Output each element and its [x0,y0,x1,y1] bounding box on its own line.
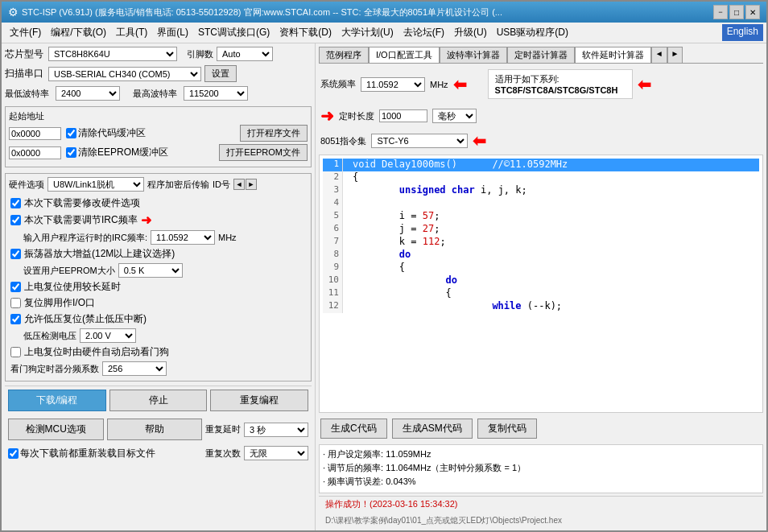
cb-oscillator[interactable] [10,249,21,259]
auto-reload-checkbox[interactable] [8,448,19,459]
title-bar: ⚙ STC-ISP (V6.91J) (服务电话/销售电话: 0513-5501… [2,2,766,23]
clear-eeprom-checkbox-label[interactable]: 清除EEPROM缓冲区 [66,146,168,159]
red-arrow-1: ➜ [141,212,151,228]
code-line-1: 1void Delay1000ms() //©11.0592MHz [323,159,759,171]
voltage-select[interactable]: 2.00 V [80,328,136,343]
chip-select[interactable]: STC8H8K64U [48,47,177,61]
menu-file[interactable]: 文件(F) [5,24,46,41]
code-line-4: 4 [323,197,759,210]
cb-low-voltage[interactable] [10,314,21,324]
detect-mcu-button[interactable]: 检测MCU选项 [8,419,104,440]
cb-adjust-irc[interactable] [10,215,21,225]
cb-modify-hardware[interactable] [10,198,21,208]
min-baud-select[interactable]: 2400 [56,86,120,101]
tab-baud-calc[interactable]: 波特率计算器 [440,47,507,63]
irc-select[interactable]: 11.0592 [151,230,215,245]
instruction-select[interactable]: STC-Y6 [371,134,468,148]
red-arrow-freq: ⬅ [453,75,467,94]
hardware-title-row: 硬件选项 U8W/Link1脱机 程序加密后传输 ID号 ◄ ► [9,177,308,192]
clear-code-checkbox-label[interactable]: 清除代码缓冲区 [66,126,146,140]
clear-code-label: 清除代码缓冲区 [78,126,146,140]
watchdog-select[interactable]: 256 [102,361,167,376]
line-content-1: void Delay1000ms() //©11.0592MHz [353,159,759,171]
tab-io-config[interactable]: I/O口配置工具 [369,47,440,63]
scan-label: 扫描串口 [5,67,45,80]
freq-unit: MHz [430,80,448,89]
tab-scroll-left[interactable]: ◄ [651,47,667,63]
settings-button[interactable]: 设置 [204,65,237,82]
repeat-count-select[interactable]: 无限 [244,446,308,460]
applicable-value: STC8F/STC8A/STC8G/STC8H [495,85,626,95]
download-button[interactable]: 下载/编程 [8,390,106,411]
gen-asm-button[interactable]: 生成ASM代码 [392,419,473,439]
line-content-5: i = 57; [353,210,759,223]
open-eeprom-button[interactable]: 打开EEPROM文件 [219,144,308,161]
menu-upgrade[interactable]: 升级(U) [449,24,492,41]
yindiao-select[interactable]: Auto [217,47,273,61]
line-content-3: unsigned char i, j, k; [353,184,759,197]
tab-scroll-right[interactable]: ► [667,47,683,63]
chip-label: 芯片型号 [5,47,45,61]
minimize-button[interactable]: － [713,5,728,19]
line-content-9: { [353,262,759,274]
arrow-right-button[interactable]: ► [246,179,257,190]
menu-debug[interactable]: STC调试接口(G) [193,24,275,41]
addr-input-1[interactable]: 0x0000 [9,127,61,140]
cb-row-5: 允许低压复位(禁止低压中断) [10,312,306,326]
copy-code-button[interactable]: 复制代码 [477,419,537,439]
menu-program[interactable]: 编程/下载(O) [46,24,111,41]
repeat-delay-select[interactable]: 3 秒 [244,423,308,437]
freq-row: 系统频率 11.0592 MHz ⬅ 适用于如下系列: STC8F/STC8A/… [319,66,763,102]
clear-eeprom-checkbox[interactable] [66,147,76,158]
auto-reload-text: 每次下载前都重新装载目标文件 [20,447,155,460]
gen-c-button[interactable]: 生成C代码 [320,419,387,439]
max-baud-select[interactable]: 115200 [184,86,248,101]
cb-reset-io[interactable] [10,298,21,308]
cb-watchdog[interactable] [10,347,21,357]
tab-delay-calc[interactable]: 软件延时计算器 [575,47,651,63]
menu-tools[interactable]: 工具(T) [111,24,152,41]
status-bar: 操作成功！(2023-03-16 15:34:32) [319,496,763,512]
result-line: · 调节后的频率: 11.064MHz（主时钟分频系数 = 1） [323,462,759,474]
voltage-label: 低压检测电压 [23,330,76,342]
menu-forum[interactable]: 去论坛(F) [398,24,449,41]
open-prog-button[interactable]: 打开程序文件 [240,125,308,142]
eeprom-select[interactable]: 0.5 K [118,263,183,278]
cb-long-delay[interactable] [10,282,21,292]
addr-input-2[interactable]: 0x0000 [9,146,61,159]
menu-university[interactable]: 大学计划(U) [337,24,398,41]
auto-reload-label[interactable]: 每次下载前都重新装载目标文件 [8,447,202,460]
irc-row: 输入用户程序运行时的IRC频率: 11.0592 MHz [23,230,306,245]
bottom-buttons-row1: 下载/编程 停止 重复编程 [5,386,312,414]
reprogram-button[interactable]: 重复编程 [210,390,308,411]
close-button[interactable]: ✕ [745,5,760,19]
tab-examples[interactable]: 范例程序 [319,47,369,63]
window-icon: ⚙ [8,6,19,19]
line-content-4 [353,197,759,210]
watchdog-label: 看门狗定时器分频系数 [10,363,99,375]
checkbox-section: 本次下载需要修改硬件选项 本次下载需要调节IRC频率 ➜ 输入用户程序运行时的I… [9,195,308,377]
scan-select[interactable]: USB-SERIAL CH340 (COM5) [48,67,201,81]
clear-code-checkbox[interactable] [66,128,76,138]
left-panel: 芯片型号 STC8H8K64U 引脚数 Auto 扫描串口 USB-SERIAL… [2,43,316,530]
line-content-6: j = 27; [353,223,759,236]
help-button[interactable]: 帮助 [107,419,203,440]
freq-select[interactable]: 11.0592 [361,77,425,92]
menu-resources[interactable]: 资料下载(D) [275,24,337,41]
hardware-select[interactable]: U8W/Link1脱机 [47,177,144,192]
timer-input[interactable]: 1000 [379,109,427,122]
menu-interface[interactable]: 界面(L) [152,24,193,41]
repeat-count-label: 重复次数 [205,447,241,460]
menu-english[interactable]: English [722,24,763,41]
timer-unit-select[interactable]: 毫秒 [432,109,477,123]
line-content-2: { [353,171,759,184]
code-editor: 1void Delay1000ms() //©11.0592MHz2{3 uns… [319,155,763,413]
clear-eeprom-label: 清除EEPROM缓冲区 [78,146,168,159]
tab-timer-calc[interactable]: 定时器计算器 [507,47,575,63]
cb-low-voltage-label: 允许低压复位(禁止低压中断) [24,312,147,326]
stop-button[interactable]: 停止 [109,390,208,411]
menu-usb[interactable]: USB驱动程序(D) [492,24,573,41]
maximize-button[interactable]: □ [729,5,744,19]
line-number-7: 7 [323,236,343,249]
arrow-left-button[interactable]: ◄ [233,179,245,190]
